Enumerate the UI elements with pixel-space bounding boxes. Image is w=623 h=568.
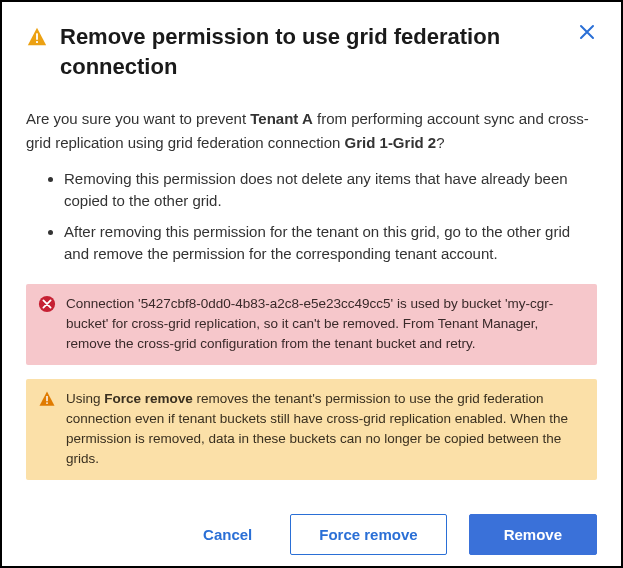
remove-button[interactable]: Remove bbox=[469, 514, 597, 555]
dialog-body: Are you sure you want to prevent Tenant … bbox=[26, 107, 597, 479]
warn-pre: Using bbox=[66, 391, 104, 406]
remove-permission-dialog: Remove permission to use grid federation… bbox=[6, 6, 617, 562]
dialog-header: Remove permission to use grid federation… bbox=[26, 22, 597, 81]
svg-rect-1 bbox=[36, 41, 38, 43]
warning-alert-text: Using Force remove removes the tenant's … bbox=[66, 389, 585, 470]
list-item: After removing this permission for the t… bbox=[64, 221, 597, 266]
close-icon bbox=[579, 24, 595, 40]
svg-rect-3 bbox=[46, 396, 48, 401]
warning-alert: Using Force remove removes the tenant's … bbox=[26, 379, 597, 480]
confirm-post: ? bbox=[436, 134, 444, 151]
dialog-frame: Remove permission to use grid federation… bbox=[0, 0, 623, 568]
svg-rect-4 bbox=[46, 402, 48, 404]
tenant-name: Tenant A bbox=[250, 110, 313, 127]
confirm-text: Are you sure you want to prevent Tenant … bbox=[26, 107, 597, 154]
warning-icon bbox=[26, 26, 48, 48]
dialog-footer: Cancel Force remove Remove bbox=[26, 514, 597, 555]
error-alert: Connection '5427cbf8-0dd0-4b83-a2c8-e5e2… bbox=[26, 284, 597, 365]
warn-bold: Force remove bbox=[104, 391, 193, 406]
warning-icon bbox=[38, 390, 56, 408]
confirm-pre: Are you sure you want to prevent bbox=[26, 110, 250, 127]
force-remove-button[interactable]: Force remove bbox=[290, 514, 446, 555]
svg-rect-0 bbox=[36, 33, 38, 39]
connection-name: Grid 1-Grid 2 bbox=[345, 134, 437, 151]
notes-list: Removing this permission does not delete… bbox=[26, 168, 597, 266]
error-icon bbox=[38, 295, 56, 313]
dialog-title: Remove permission to use grid federation… bbox=[60, 22, 567, 81]
error-alert-text: Connection '5427cbf8-0dd0-4b83-a2c8-e5e2… bbox=[66, 294, 585, 355]
close-button[interactable] bbox=[579, 24, 595, 40]
cancel-button[interactable]: Cancel bbox=[187, 515, 268, 554]
list-item: Removing this permission does not delete… bbox=[64, 168, 597, 213]
